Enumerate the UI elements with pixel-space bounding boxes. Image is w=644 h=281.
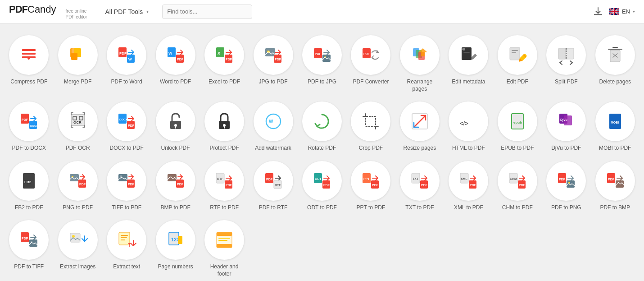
svg-text:CHM: CHM bbox=[510, 177, 517, 180]
svg-rect-42 bbox=[558, 48, 566, 59]
tool-item-split-pdf[interactable]: Split PDF bbox=[544, 32, 589, 95]
svg-text:OCR: OCR bbox=[73, 120, 82, 124]
tool-item-edit-metadata[interactable]: iEdit metadata bbox=[446, 32, 491, 95]
svg-rect-142 bbox=[121, 240, 125, 240]
tool-item-extract-images[interactable]: Extract images bbox=[55, 217, 100, 280]
svg-text:W: W bbox=[168, 51, 172, 55]
tool-item-rotate-pdf[interactable]: Rotate PDF bbox=[299, 99, 345, 155]
svg-text:PDF: PDF bbox=[421, 184, 428, 187]
tool-item-pdf-to-word[interactable]: PDFWPDF to Word bbox=[104, 32, 149, 95]
svg-text:PDF: PDF bbox=[226, 58, 232, 61]
tool-circle-edit-pdf bbox=[498, 35, 537, 75]
tool-item-pdf-to-bmp[interactable]: PDFPDF to BMP bbox=[593, 158, 638, 214]
tool-item-chm-to-pdf[interactable]: CHMPDFCHM to PDF bbox=[495, 158, 540, 214]
tool-label-extract-text: Extract text bbox=[113, 263, 140, 271]
svg-point-67 bbox=[266, 114, 281, 129]
tool-label-chm-to-pdf: CHM to PDF bbox=[502, 204, 533, 212]
tool-label-pdf-to-bmp: PDF to BMP bbox=[600, 204, 630, 212]
tool-item-odt-to-pdf[interactable]: ODTPDFODT to PDF bbox=[299, 158, 345, 214]
tool-label-mobi-to-pdf: MOBI to PDF bbox=[599, 145, 631, 152]
tool-circle-delete-pages bbox=[595, 35, 635, 75]
svg-text:PDF: PDF bbox=[22, 237, 28, 240]
tool-item-protect-pdf[interactable]: Protect PDF bbox=[202, 99, 247, 155]
tool-label-edit-metadata: Edit metadata bbox=[452, 78, 485, 86]
tool-item-extract-text[interactable]: TExtract text bbox=[104, 217, 149, 280]
tool-item-pdf-to-docx[interactable]: PDFDOCXPDF to DOCX bbox=[6, 99, 51, 155]
tool-item-docx-to-pdf[interactable]: DOCXPDFDOCX to PDF bbox=[104, 99, 149, 155]
logo[interactable]: PDFCandy free online PDF editor bbox=[9, 4, 87, 20]
tool-item-fb2-to-pdf[interactable]: FB2FB2 to PDF bbox=[6, 158, 51, 214]
tool-item-tiff-to-pdf[interactable]: PDFTIFF to PDF bbox=[104, 158, 149, 214]
tool-item-compress-pdf[interactable]: Compress PDF bbox=[6, 32, 51, 95]
tool-circle-protect-pdf bbox=[204, 101, 244, 141]
tool-item-pdf-to-rtf[interactable]: PDFRTFPDF to RTF bbox=[250, 158, 295, 214]
tool-item-bmp-to-pdf[interactable]: PDFBMP to PDF bbox=[153, 158, 198, 214]
language-selector[interactable]: EN ▾ bbox=[609, 8, 635, 15]
tool-label-pdf-to-jpg: PDF to JPG bbox=[308, 78, 336, 86]
tool-item-djvu-to-pdf[interactable]: DjVuDjVu to PDF bbox=[544, 99, 589, 155]
tool-item-excel-to-pdf[interactable]: XPDFExcel to PDF bbox=[202, 32, 247, 95]
tool-item-pdf-ocr[interactable]: OCRPDF OCR bbox=[55, 99, 100, 155]
tool-item-resize-pages[interactable]: Resize pages bbox=[397, 99, 442, 155]
tool-label-pdf-to-rtf: PDF to RTF bbox=[259, 204, 288, 212]
tool-label-html-to-pdf: HTML to PDF bbox=[452, 145, 485, 152]
svg-text:FB2: FB2 bbox=[24, 180, 32, 184]
svg-text:PDF: PDF bbox=[22, 118, 28, 121]
tool-circle-pdf-converter: PDF bbox=[351, 35, 390, 75]
svg-rect-148 bbox=[178, 236, 182, 244]
tool-item-xml-to-pdf[interactable]: XMLPDFXML to PDF bbox=[446, 158, 491, 214]
tool-item-unlock-pdf[interactable]: Unlock PDF bbox=[153, 99, 198, 155]
tool-item-html-to-pdf[interactable]: </>HTML to PDF bbox=[446, 99, 491, 155]
tool-item-header-footer[interactable]: Header and footer bbox=[202, 217, 247, 280]
tool-item-crop-pdf[interactable]: Crop PDF bbox=[348, 99, 393, 155]
tool-item-pdf-to-tiff[interactable]: PDFPDF to TIFF bbox=[6, 217, 51, 280]
tool-item-mobi-to-pdf[interactable]: MOBIMOBI to PDF bbox=[593, 99, 638, 155]
tool-item-pdf-to-png[interactable]: PDFPDF to PNG bbox=[544, 158, 589, 214]
tools-grid: Compress PDFMerge PDFPDFWPDF to WordWPDF… bbox=[6, 32, 638, 281]
tool-label-pdf-to-docx: PDF to DOCX bbox=[12, 145, 46, 152]
tool-label-pdf-to-word: PDF to Word bbox=[111, 78, 142, 86]
tool-item-epub-to-pdf[interactable]: epubEPUB to PDF bbox=[495, 99, 540, 155]
svg-text:RTF: RTF bbox=[217, 177, 223, 180]
svg-point-128 bbox=[568, 182, 570, 184]
tool-label-pdf-to-png: PDF to PNG bbox=[551, 204, 581, 212]
tool-item-rtf-to-pdf[interactable]: RTFPDFRTF to PDF bbox=[202, 158, 247, 214]
tool-item-word-to-pdf[interactable]: WPDFWord to PDF bbox=[153, 32, 198, 95]
tool-circle-jpg-to-pdf: PDF bbox=[254, 35, 293, 75]
tool-item-png-to-pdf[interactable]: PDFPNG to PDF bbox=[55, 158, 100, 214]
tool-item-pdf-converter[interactable]: PDFPDF Converter bbox=[348, 32, 393, 95]
svg-text:PDF: PDF bbox=[266, 178, 273, 181]
svg-rect-1 bbox=[22, 49, 36, 51]
tool-circle-rtf-to-pdf: RTFPDF bbox=[204, 161, 244, 201]
svg-text:PDF: PDF bbox=[119, 51, 127, 55]
svg-rect-152 bbox=[218, 238, 230, 239]
all-pdf-tools-menu[interactable]: All PDF Tools ▾ bbox=[100, 5, 153, 18]
tool-item-add-watermark[interactable]: WAdd watermark bbox=[250, 99, 295, 155]
tool-item-merge-pdf[interactable]: Merge PDF bbox=[55, 32, 100, 95]
tool-item-page-numbers[interactable]: 123Page numbers bbox=[153, 217, 198, 280]
tool-circle-word-to-pdf: WPDF bbox=[156, 35, 195, 75]
tool-circle-chm-to-pdf: CHMPDF bbox=[498, 161, 537, 201]
tool-item-edit-pdf[interactable]: Edit PDF bbox=[495, 32, 540, 95]
tool-label-delete-pages: Delete pages bbox=[599, 78, 631, 86]
tool-circle-ppt-to-pdf: PPTPDF bbox=[351, 161, 390, 201]
svg-text:PDF: PDF bbox=[608, 178, 615, 181]
tool-item-delete-pages[interactable]: Delete pages bbox=[593, 32, 638, 95]
tool-item-rearrange-pages[interactable]: Rearrange pages bbox=[397, 32, 442, 95]
tool-label-header-footer: Header and footer bbox=[204, 263, 245, 277]
download-icon[interactable] bbox=[593, 7, 603, 17]
svg-text:i: i bbox=[463, 48, 463, 51]
search-input[interactable] bbox=[162, 5, 252, 19]
svg-text:</>: </> bbox=[460, 120, 468, 127]
site-header: PDFCandy free online PDF editor All PDF … bbox=[0, 0, 644, 23]
tool-label-extract-images: Extract images bbox=[60, 263, 95, 271]
tool-circle-pdf-to-tiff: PDF bbox=[9, 220, 49, 260]
svg-rect-38 bbox=[512, 50, 518, 51]
svg-text:X: X bbox=[218, 51, 220, 55]
tool-item-ppt-to-pdf[interactable]: PPTPDFPPT to PDF bbox=[348, 158, 393, 214]
tool-item-pdf-to-jpg[interactable]: PDFPDF to JPG bbox=[299, 32, 345, 95]
tool-label-odt-to-pdf: ODT to PDF bbox=[307, 204, 337, 212]
tool-label-rearrange-pages: Rearrange pages bbox=[399, 78, 440, 92]
tool-item-txt-to-pdf[interactable]: TXTPDFTXT to PDF bbox=[397, 158, 442, 214]
tool-item-jpg-to-pdf[interactable]: PDFJPG to PDF bbox=[250, 32, 295, 95]
